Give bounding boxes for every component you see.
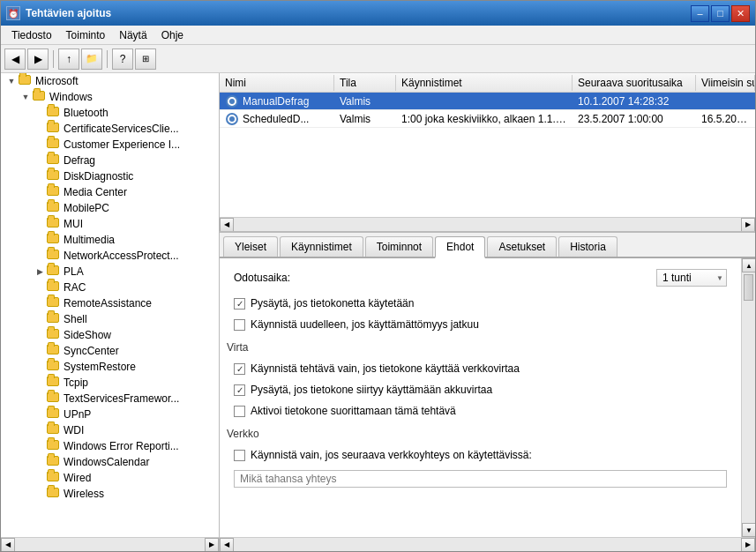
bottom-hscroll[interactable]: ◀ ▶ — [220, 537, 755, 551]
menu-ohje[interactable]: Ohje — [154, 27, 191, 43]
tab-yleiset[interactable]: Yleiset — [223, 236, 278, 257]
folder-icon-upnp — [47, 408, 61, 421]
close-button[interactable]: ✕ — [731, 5, 750, 22]
tree-node-wireless[interactable]: Wireless — [1, 486, 219, 502]
task-hscroll-left[interactable]: ◀ — [220, 218, 234, 232]
expand-remoteassist — [33, 296, 47, 310]
tab-ehdot[interactable]: Ehdot — [435, 236, 485, 258]
tree-label-rac: RAC — [64, 281, 86, 294]
col-header-last[interactable]: Viimeisin suoritusaika — [696, 75, 755, 91]
menu-toiminto[interactable]: Toiminto — [59, 27, 113, 43]
tree-hscroll-track[interactable] — [15, 538, 205, 551]
checkbox-pysayta[interactable] — [234, 298, 245, 310]
minimize-button[interactable]: – — [691, 5, 709, 22]
tab-scrollbar[interactable]: ▲ ▼ — [741, 258, 755, 537]
tree-node-wincalendar[interactable]: WindowsCalendar — [1, 454, 219, 470]
tree-node-mobilepc[interactable]: MobilePC — [1, 200, 219, 216]
bottom-hscroll-right[interactable]: ▶ — [741, 538, 755, 552]
grid-button[interactable]: ⊞ — [135, 48, 156, 70]
tree-node-textservices[interactable]: TextServicesFramewor... — [1, 391, 219, 407]
task-cell-last-2: 16.5.2007 1:00:00 — [696, 112, 755, 126]
maximize-button[interactable]: □ — [711, 5, 730, 22]
tree-node-remoteassist[interactable]: RemoteAssistance — [1, 295, 219, 311]
folder-icon-mui — [47, 218, 61, 230]
checkbox-virta-3[interactable] — [234, 406, 245, 417]
tree-label-shell: Shell — [64, 313, 87, 325]
expand-windows[interactable]: ▼ — [19, 90, 33, 104]
tree-node-mediacenter[interactable]: Media Center — [1, 184, 219, 200]
tree-node-tcpip[interactable]: Tcpip — [1, 375, 219, 391]
expand-wdi — [33, 423, 47, 437]
bottom-hscroll-track[interactable] — [234, 538, 741, 551]
tree-label-wireless: Wireless — [64, 488, 104, 500]
tree-node-cert[interactable]: CertificateServicesClie... — [1, 121, 219, 137]
checkbox-pysayta-label: Pysäytä, jos tietokonetta käytetään — [251, 297, 414, 310]
tree-node-upnp[interactable]: UPnP — [1, 407, 219, 422]
bottom-hscroll-left[interactable]: ◀ — [220, 538, 234, 552]
task-row-2[interactable]: ScheduledD... Valmis 1:00 joka keskiviik… — [220, 110, 755, 128]
window-controls: – □ ✕ — [691, 5, 750, 22]
checkbox-verkko[interactable] — [234, 450, 245, 461]
col-header-next[interactable]: Seuraava suoritusaika — [573, 75, 696, 91]
task-table-body[interactable]: ManualDefrag Valmis 10.1.2007 14:28:32 — [220, 93, 755, 217]
tree-node-customer[interactable]: Customer Experience I... — [1, 137, 219, 153]
forward-button[interactable]: ▶ — [27, 48, 49, 70]
tree-node-wdi[interactable]: WDI — [1, 422, 219, 438]
tree-scroll[interactable]: ▼ Microsoft ▼ Windows Bluetooth — [1, 73, 219, 537]
expand-pla[interactable]: ▶ — [33, 265, 47, 279]
tab-asetukset[interactable]: Asetukset — [487, 236, 557, 257]
tree-node-defrag[interactable]: Defrag — [1, 153, 219, 168]
tree-node-winerrorrep[interactable]: Windows Error Reporti... — [1, 438, 219, 454]
back-button[interactable]: ◀ — [4, 48, 26, 70]
tab-historia[interactable]: Historia — [558, 236, 618, 257]
folder-button[interactable]: 📁 — [81, 48, 102, 70]
task-hscroll-track[interactable] — [234, 218, 741, 231]
task-icon-2 — [225, 112, 239, 126]
tree-node-windows[interactable]: ▼ Windows — [1, 89, 219, 105]
odotusaika-select[interactable]: 1 tunti — [656, 269, 727, 287]
tree-node-microsoft[interactable]: ▼ Microsoft — [1, 73, 219, 89]
tree-node-wired[interactable]: Wired — [1, 470, 219, 486]
task-row-1[interactable]: ManualDefrag Valmis 10.1.2007 14:28:32 — [220, 93, 755, 110]
task-hscroll-right[interactable]: ▶ — [741, 218, 755, 232]
col-header-status[interactable]: Tila — [334, 75, 396, 91]
checkbox-virta-1[interactable] — [234, 363, 245, 375]
checkbox-virta-2[interactable] — [234, 384, 245, 396]
tree-label-wdi: WDI — [64, 424, 84, 436]
tree-label-cert: CertificateServicesClie... — [64, 123, 179, 135]
tab-scroll-down[interactable]: ▼ — [742, 523, 755, 537]
col-header-triggers[interactable]: Käynnistimet — [396, 75, 573, 91]
tree-node-sideshow[interactable]: SideShow — [1, 327, 219, 343]
tree-node-pla[interactable]: ▶ PLA — [1, 264, 219, 280]
app-icon: ⏰ — [6, 6, 20, 20]
tree-node-multimedia[interactable]: Multimedia — [1, 232, 219, 248]
tree-node-bluetooth[interactable]: Bluetooth — [1, 105, 219, 121]
col-header-name[interactable]: Nimi — [220, 75, 334, 91]
tree-hscroll[interactable]: ◀ ▶ — [1, 537, 219, 551]
tree-node-rac[interactable]: RAC — [1, 280, 219, 295]
tree-node-diskdiag[interactable]: DiskDiagnostic — [1, 168, 219, 184]
tree-node-network[interactable]: NetworkAccessProtect... — [1, 248, 219, 264]
tree-label-upnp: UPnP — [64, 408, 91, 421]
network-input[interactable] — [234, 470, 727, 488]
menu-bar: Tiedosto Toiminto Näytä Ohje — [1, 26, 755, 45]
menu-nayta[interactable]: Näytä — [112, 27, 153, 43]
tree-node-mui[interactable]: MUI — [1, 216, 219, 232]
tree-hscroll-right[interactable]: ▶ — [205, 538, 219, 552]
tab-scroll-thumb[interactable] — [744, 274, 753, 301]
tab-toiminnot[interactable]: Toiminnot — [365, 236, 433, 257]
tab-scroll-track[interactable] — [742, 272, 755, 523]
tree-node-systemrestore[interactable]: SystemRestore — [1, 359, 219, 375]
tab-kaynnistimet[interactable]: Käynnistimet — [280, 236, 363, 257]
expand-microsoft[interactable]: ▼ — [4, 74, 19, 88]
up-button[interactable]: ↑ — [58, 48, 79, 70]
help-button[interactable]: ? — [112, 48, 133, 70]
tree-node-synccenter[interactable]: SyncCenter — [1, 343, 219, 359]
tree-hscroll-left[interactable]: ◀ — [1, 538, 15, 552]
checkbox-kaynnista[interactable] — [234, 319, 245, 331]
menu-tiedosto[interactable]: Tiedosto — [4, 27, 59, 43]
tree-node-shell[interactable]: Shell — [1, 311, 219, 327]
checkbox-row-virta-2: Pysäytä, jos tietokone siirtyy käyttämää… — [227, 382, 734, 398]
tab-scroll-up[interactable]: ▲ — [742, 258, 755, 272]
task-hscroll[interactable]: ◀ ▶ — [220, 217, 755, 231]
